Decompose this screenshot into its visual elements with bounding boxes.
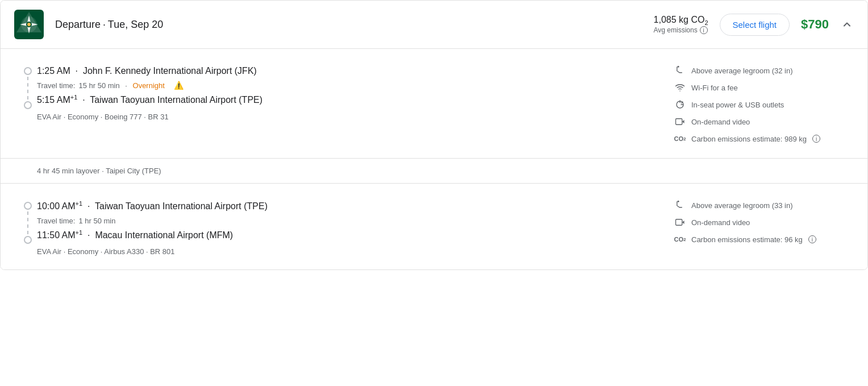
seg2-flight-detail: EVA Air · Economy · Airbus A330 · BR 801 (37, 247, 268, 256)
co2-icon: CO2 (674, 133, 686, 144)
header-dot: · (103, 19, 106, 30)
legroom-icon (674, 65, 686, 76)
segment-2-amenities: Above average legroom (33 in) On-demand … (656, 200, 849, 256)
flight-card: Departure · Tue, Sep 20 1,085 kg CO2 Avg… (0, 0, 868, 270)
overnight-label: Overnight (133, 81, 165, 90)
svg-point-7 (679, 90, 681, 92)
seg1-travel-info: Travel time: 15 hr 50 min · Overnight ⚠️ (37, 81, 262, 90)
select-flight-button[interactable]: Select flight (720, 14, 790, 36)
departure-label: Departure (55, 19, 101, 30)
seg2-arrival-time-airport: 11:50 AM+1 · Macau International Airport… (37, 229, 268, 242)
segment-2: 10:00 AM+1 · Taiwan Taoyuan Internationa… (1, 184, 867, 269)
co2-info-icon-2[interactable]: i (808, 235, 816, 243)
emissions-label: Avg emissions i (654, 26, 708, 34)
segment-2-departure-row: 10:00 AM+1 · Taiwan Taoyuan Internationa… (19, 200, 656, 256)
amenity-wifi: Wi-Fi for a fee (674, 82, 849, 93)
seg1-arrival-time-airport: 5:15 AM+1 · Taiwan Taoyuan International… (37, 93, 262, 107)
departure-date: Tue, Sep 20 (108, 19, 163, 30)
segment-1-departure-row: 1:25 AM · John F. Kennedy International … (19, 65, 656, 121)
amenity-co2-1: CO2 Carbon emissions estimate: 989 kg i (674, 133, 849, 144)
emissions-value: 1,085 kg CO2 (654, 15, 708, 26)
seg2-travel-info: Travel time: 1 hr 50 min (37, 217, 268, 225)
header-right: 1,085 kg CO2 Avg emissions i Select flig… (654, 14, 854, 36)
amenity-video-2: On-demand video (674, 217, 849, 228)
airline-logo (14, 10, 44, 39)
amenity-legroom-2: Above average legroom (33 in) (674, 200, 849, 211)
overnight-warning-icon: ⚠️ (174, 81, 183, 90)
layover-row: 4 hr 45 min layover · Taipei City (TPE) (1, 158, 867, 184)
svg-rect-9 (676, 119, 682, 125)
segment-2-left: 10:00 AM+1 · Taiwan Taoyuan Internationa… (19, 200, 656, 256)
power-icon (674, 99, 686, 110)
header-title-group: Departure · Tue, Sep 20 (55, 19, 163, 31)
timeline-col (19, 65, 37, 109)
amenity-power: In-seat power & USB outlets (674, 99, 849, 110)
timeline-dotted-line-2 (27, 211, 28, 234)
amenity-legroom-1: Above average legroom (32 in) (674, 65, 849, 76)
flight-header: Departure · Tue, Sep 20 1,085 kg CO2 Avg… (1, 1, 867, 49)
arrival-circle-2 (24, 236, 32, 244)
departure-circle-2 (24, 202, 32, 210)
flight-content: 1:25 AM · John F. Kennedy International … (1, 49, 867, 269)
collapse-chevron-icon[interactable] (840, 18, 854, 31)
arrival-circle (24, 101, 32, 109)
timeline-dotted-line (27, 77, 28, 99)
svg-rect-12 (676, 219, 682, 226)
segment-1: 1:25 AM · John F. Kennedy International … (1, 49, 867, 158)
segment-1-amenities: Above average legroom (32 in) Wi-Fi for … (656, 65, 849, 144)
timeline-col-2 (19, 200, 37, 244)
amenity-co2-2: CO2 Carbon emissions estimate: 96 kg i (674, 234, 849, 245)
co2-icon-2: CO2 (674, 234, 686, 245)
emissions-info-icon[interactable]: i (700, 26, 708, 34)
seg1-flight-detail: EVA Air · Economy · Boeing 777 · BR 31 (37, 113, 262, 121)
flight-price: $790 (801, 17, 829, 32)
svg-point-11 (678, 201, 679, 202)
wifi-icon (674, 82, 686, 93)
video-icon-2 (674, 217, 686, 228)
emissions-block: 1,085 kg CO2 Avg emissions i (654, 15, 708, 34)
departure-circle (24, 67, 32, 75)
svg-point-6 (678, 66, 679, 68)
legroom-icon-2 (674, 200, 686, 211)
segment-1-times: 1:25 AM · John F. Kennedy International … (37, 65, 262, 121)
svg-point-5 (27, 23, 31, 26)
seg2-departure-time-airport: 10:00 AM+1 · Taiwan Taoyuan Internationa… (37, 200, 268, 213)
segment-2-times: 10:00 AM+1 · Taiwan Taoyuan Internationa… (37, 200, 268, 256)
co2-info-icon-1[interactable]: i (812, 135, 820, 143)
video-icon (674, 116, 686, 127)
amenity-video-1: On-demand video (674, 116, 849, 127)
segment-1-left: 1:25 AM · John F. Kennedy International … (19, 65, 656, 144)
seg1-departure-time-airport: 1:25 AM · John F. Kennedy International … (37, 65, 262, 77)
